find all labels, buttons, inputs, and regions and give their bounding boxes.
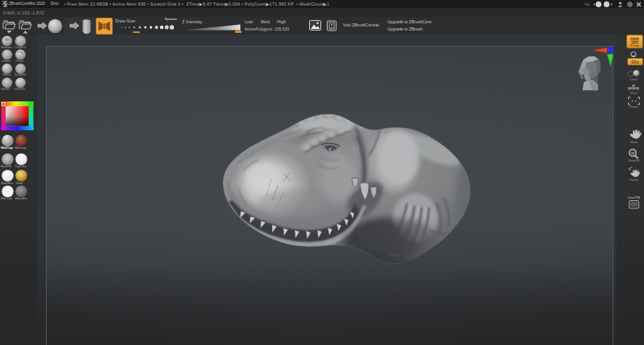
svg-text:Flat Col: Flat Col xyxy=(1,196,12,200)
svg-text:Move: Move xyxy=(3,72,12,76)
svg-text:ClayBuil: ClayBuil xyxy=(14,45,27,49)
svg-text:SnakeH: SnakeH xyxy=(14,72,26,76)
svg-text:Standar: Standar xyxy=(1,45,13,49)
svg-text:Zoom3D: Zoom3D xyxy=(628,159,640,162)
svg-text:MatCap: MatCap xyxy=(1,146,14,150)
svg-text:SilverFo: SilverFo xyxy=(15,196,27,200)
svg-text:Pinch: Pinch xyxy=(16,59,24,63)
svg-text:Local: Local xyxy=(630,78,638,81)
svg-text:Rotate: Rotate xyxy=(630,179,638,182)
svg-text:Frame: Frame xyxy=(630,105,638,109)
svg-text:Persp: Persp xyxy=(630,43,639,47)
svg-text:ToyPlas: ToyPlas xyxy=(15,164,27,168)
svg-text:hPolish: hPolish xyxy=(14,87,25,91)
svg-text:Floor: Floor xyxy=(630,92,638,95)
svg-text:Smth3: Smth3 xyxy=(1,87,10,91)
svg-text:BasicM: BasicM xyxy=(1,164,11,168)
svg-text:Ghz: Ghz xyxy=(631,60,639,64)
svg-text:3D: 3D xyxy=(631,152,635,155)
svg-text:Move: Move xyxy=(630,141,638,144)
svg-text:Gold: Gold xyxy=(16,181,23,185)
svg-text:MatCap: MatCap xyxy=(15,146,27,150)
svg-text:Inflate: Inflate xyxy=(2,59,12,63)
svg-text:Line Fill: Line Fill xyxy=(628,195,640,199)
svg-text:SkinSha: SkinSha xyxy=(1,181,14,185)
